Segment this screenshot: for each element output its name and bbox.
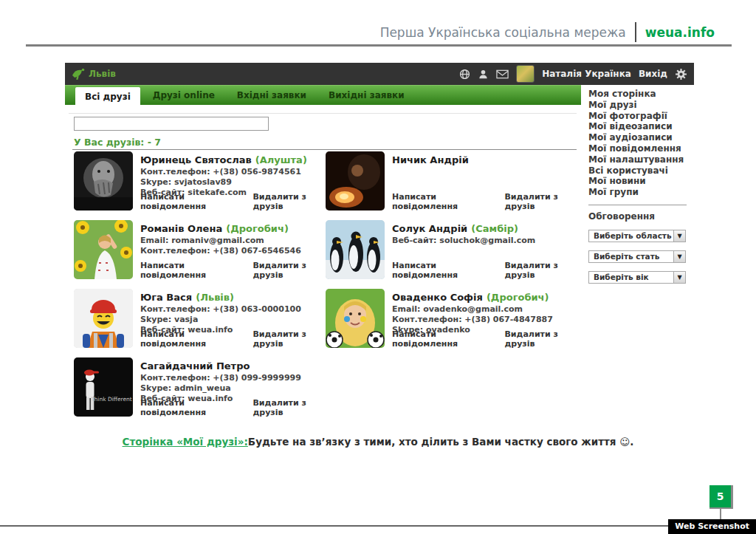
header-rule xyxy=(26,44,732,47)
friend-photo[interactable]: Think Different xyxy=(74,357,133,417)
friend-name[interactable]: Юга Вася xyxy=(140,292,192,303)
bottom-rule xyxy=(0,525,756,527)
gender-select-label: Виберіть стать xyxy=(594,252,659,261)
friends-list: Юринець Святослав (Алушта) Конт.телефон:… xyxy=(74,151,577,420)
send-message-link[interactable]: Написати повідомлення xyxy=(140,192,235,211)
tab-friends-online[interactable]: Друзі online xyxy=(143,86,224,104)
friend-info: Романів Олена (Дрогобич) Email: romaniv@… xyxy=(140,220,326,282)
topbar-actions: Наталія Українка Вихід xyxy=(459,65,687,83)
friend-card: Ничик Андрій Написати повідомлення Видал… xyxy=(326,151,577,213)
title-divider xyxy=(635,22,636,42)
friend-name[interactable]: Юринець Святослав xyxy=(140,154,252,165)
friend-info: Ничик Андрій Написати повідомлення Видал… xyxy=(392,151,577,213)
friend-detail: Конт.телефон: +(38) 063-0000100 xyxy=(140,304,326,315)
city-label: Львів xyxy=(89,69,116,79)
sidebar-item-all-users[interactable]: Всі користувачі xyxy=(588,165,694,177)
friends-count-rule xyxy=(72,149,577,150)
send-message-link[interactable]: Написати повідомлення xyxy=(392,329,487,349)
friend-info: Сагайдачний Петро Конт.телефон: +(38) 09… xyxy=(140,357,326,420)
app-logo[interactable]: Львів xyxy=(72,68,116,80)
photo-caption: Think Different xyxy=(91,396,132,403)
send-message-link[interactable]: Написати повідомлення xyxy=(392,192,487,211)
friend-card: Юринець Святослав (Алушта) Конт.телефон:… xyxy=(74,151,326,213)
gender-select[interactable]: Виберіть стать ▼ xyxy=(588,250,686,263)
remove-friend-link[interactable]: Видалити з друзів xyxy=(252,261,326,280)
brand-name: weua.info xyxy=(645,25,715,40)
friend-info: Юга Вася (Львів) Конт.телефон: +(38) 063… xyxy=(140,289,326,351)
friend-detail: Skype: svjatoslav89 xyxy=(140,177,326,188)
user-avatar[interactable] xyxy=(516,65,535,83)
sidebar-item-my-messages[interactable]: Мої повідомлення xyxy=(588,143,694,154)
friend-name[interactable]: Ничик Андрій xyxy=(392,154,469,165)
sidebar-item-my-news[interactable]: Мої новини xyxy=(588,176,694,187)
mail-icon[interactable] xyxy=(496,69,509,79)
web-screenshot-watermark: Web Screenshot xyxy=(668,519,756,534)
age-select[interactable]: Виберіть вік ▼ xyxy=(588,271,686,284)
friends-count-label: У Вас друзів: - 7 xyxy=(74,137,161,148)
remove-friend-link[interactable]: Видалити з друзів xyxy=(252,192,326,211)
tab-outgoing-requests[interactable]: Вихідні заявки xyxy=(319,86,414,104)
region-select-label: Виберіть область xyxy=(594,231,672,240)
friends-tabbar: Всі друзі Друзі online Вхідні заявки Вих… xyxy=(65,85,581,105)
friend-photo[interactable] xyxy=(74,289,133,348)
friend-name[interactable]: Оваденко Софія xyxy=(392,292,483,303)
sidebar-item-my-page[interactable]: Моя сторінка xyxy=(588,89,694,100)
send-message-link[interactable]: Написати повідомлення xyxy=(140,261,235,280)
sidebar-item-my-friends[interactable]: Мої друзі xyxy=(588,100,694,111)
age-select-label: Виберіть вік xyxy=(594,273,649,281)
search-input[interactable] xyxy=(74,117,269,131)
tab-all-friends[interactable]: Всі друзі xyxy=(75,87,140,107)
friend-card: Юга Вася (Львів) Конт.телефон: +(38) 063… xyxy=(74,289,326,351)
remove-friend-link[interactable]: Видалити з друзів xyxy=(252,398,326,417)
friend-city: (Дрогобич) xyxy=(487,292,549,303)
presentation-slide: Перша Українська соціальна мережа weua.i… xyxy=(0,0,756,534)
friend-photo[interactable] xyxy=(74,151,133,210)
friend-detail: Веб-сайт: soluchok@gmail.com xyxy=(392,236,577,246)
friend-detail: Конт.телефон: +(38) 056-9874561 xyxy=(140,167,326,177)
sidebar-divider xyxy=(588,205,687,205)
friend-info: Солук Андрій (Самбір) Веб-сайт: soluchok… xyxy=(392,220,577,282)
sidebar-item-my-groups[interactable]: Мої групи xyxy=(588,187,694,198)
remove-friend-link[interactable]: Видалити з друзів xyxy=(504,329,577,349)
friend-card: Оваденко Софія (Дрогобич) Email: ovadenk… xyxy=(326,289,577,351)
region-select[interactable]: Виберіть область ▼ xyxy=(588,230,686,242)
weua-app-window: Львів Наталія Українка xyxy=(65,63,694,422)
sidebar-item-my-videos[interactable]: Мої відеозаписи xyxy=(588,121,694,132)
sidebar-item-discussions[interactable]: Обговорення xyxy=(588,211,694,222)
user-icon[interactable] xyxy=(478,69,489,80)
friend-photo[interactable] xyxy=(326,220,385,279)
friend-info: Юринець Святослав (Алушта) Конт.телефон:… xyxy=(140,151,326,213)
caption-text: Будьте на зв’язку з тими, хто ділить з В… xyxy=(248,436,634,448)
tab-incoming-requests[interactable]: Вхідні заявки xyxy=(227,86,316,104)
send-message-link[interactable]: Написати повідомлення xyxy=(140,398,235,417)
slide-header: Перша Українська соціальна мережа weua.i… xyxy=(380,22,715,42)
sidebar-item-my-photos[interactable]: Мої фотографії xyxy=(588,111,694,122)
friend-name[interactable]: Солук Андрій xyxy=(392,223,467,234)
remove-friend-link[interactable]: Видалити з друзів xyxy=(504,261,577,280)
friend-name[interactable]: Романів Олена xyxy=(140,223,222,234)
sidebar-item-my-audio[interactable]: Мої аудіозаписи xyxy=(588,132,694,143)
send-message-link[interactable]: Написати повідомлення xyxy=(392,261,487,280)
sidebar-item-my-settings[interactable]: Мої налаштування xyxy=(588,154,694,165)
friend-city: (Дрогобич) xyxy=(226,223,289,234)
friend-photo[interactable] xyxy=(74,220,133,279)
friend-detail: Email: ovadenko@gmail.com xyxy=(392,304,577,315)
friend-detail: Email: romaniv@gmail.com xyxy=(140,236,326,246)
chevron-down-icon[interactable]: ▼ xyxy=(673,251,685,262)
send-message-link[interactable]: Написати повідомлення xyxy=(140,329,235,349)
current-user-name[interactable]: Наталія Українка xyxy=(542,69,631,79)
friend-photo[interactable] xyxy=(326,289,385,348)
friend-detail: Skype: admin_weua xyxy=(140,383,326,394)
logout-link[interactable]: Вихід xyxy=(639,69,667,79)
remove-friend-link[interactable]: Видалити з друзів xyxy=(504,192,577,211)
friend-card: Романів Олена (Дрогобич) Email: romaniv@… xyxy=(74,220,326,282)
gear-icon[interactable] xyxy=(675,68,687,81)
globe-icon[interactable] xyxy=(459,69,470,80)
friend-photo[interactable] xyxy=(326,151,385,210)
remove-friend-link[interactable]: Видалити з друзів xyxy=(252,329,326,349)
caption-link: Сторінка «Мої друзі»: xyxy=(123,436,248,448)
friend-card: Think Different Сагайдачний Петро Конт.т… xyxy=(74,357,326,420)
chevron-down-icon[interactable]: ▼ xyxy=(673,272,685,283)
chevron-down-icon[interactable]: ▼ xyxy=(673,230,685,242)
friend-name[interactable]: Сагайдачний Петро xyxy=(140,360,250,372)
